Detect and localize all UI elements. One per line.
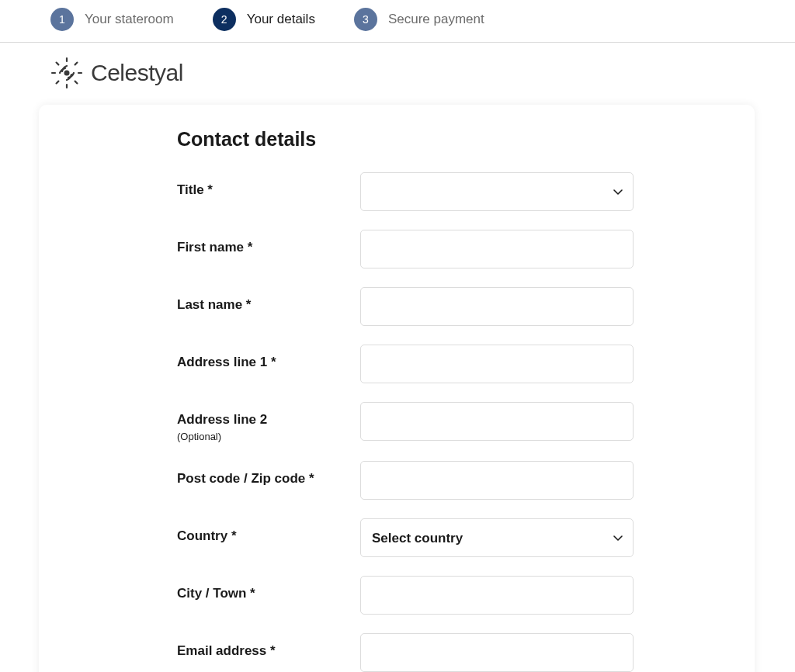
country-label: Country * bbox=[177, 528, 360, 545]
email-label: Email address * bbox=[177, 643, 360, 660]
svg-point-0 bbox=[64, 71, 70, 76]
address2-input[interactable] bbox=[360, 402, 634, 441]
field-row-postcode: Post code / Zip code * bbox=[177, 461, 755, 500]
email-input[interactable] bbox=[360, 633, 634, 672]
step-number-badge: 2 bbox=[213, 8, 236, 31]
field-row-email: Email address * bbox=[177, 633, 755, 672]
first-name-input[interactable] bbox=[360, 230, 634, 268]
address2-label: Address line 2 bbox=[177, 411, 360, 428]
field-row-country: Country * Select country bbox=[177, 518, 755, 557]
brand-name: Celestyal bbox=[91, 60, 183, 86]
step-label: Your stateroom bbox=[85, 12, 174, 27]
city-label: City / Town * bbox=[177, 585, 360, 602]
field-row-last-name: Last name * bbox=[177, 287, 755, 326]
postcode-input[interactable] bbox=[360, 461, 634, 500]
field-row-title: Title * bbox=[177, 172, 755, 211]
contact-details-panel: Contact details Title * First name * bbox=[39, 105, 755, 672]
celestyal-logo-icon bbox=[50, 57, 83, 89]
step-number-badge: 3 bbox=[354, 8, 377, 31]
address2-sublabel: (Optional) bbox=[177, 431, 360, 442]
section-heading: Contact details bbox=[177, 128, 755, 151]
last-name-input[interactable] bbox=[360, 287, 634, 326]
progress-step-2[interactable]: 2 Your details bbox=[213, 8, 315, 31]
step-label: Secure payment bbox=[388, 12, 484, 27]
step-label: Your details bbox=[247, 12, 315, 27]
title-label: Title * bbox=[177, 182, 360, 199]
last-name-label: Last name * bbox=[177, 296, 360, 313]
field-row-first-name: First name * bbox=[177, 230, 755, 268]
booking-progress: 1 Your stateroom 2 Your details 3 Secure… bbox=[0, 0, 795, 43]
progress-step-3[interactable]: 3 Secure payment bbox=[354, 8, 484, 31]
address1-label: Address line 1 * bbox=[177, 354, 360, 371]
field-row-city: City / Town * bbox=[177, 576, 755, 615]
progress-step-1[interactable]: 1 Your stateroom bbox=[50, 8, 174, 31]
field-row-address1: Address line 1 * bbox=[177, 345, 755, 383]
step-number-badge: 1 bbox=[50, 8, 74, 31]
first-name-label: First name * bbox=[177, 239, 360, 256]
postcode-label: Post code / Zip code * bbox=[177, 470, 360, 487]
address1-input[interactable] bbox=[360, 345, 634, 383]
city-input[interactable] bbox=[360, 576, 634, 615]
title-select[interactable] bbox=[360, 172, 634, 211]
country-select[interactable]: Select country bbox=[360, 518, 634, 557]
field-row-address2: Address line 2 (Optional) bbox=[177, 402, 755, 442]
brand-header: Celestyal bbox=[0, 43, 795, 105]
